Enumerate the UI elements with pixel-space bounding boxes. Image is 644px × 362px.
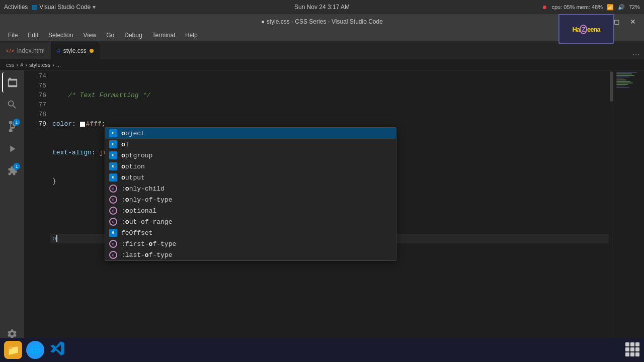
taskbar-browser[interactable]: 🌐: [26, 341, 44, 359]
explorer-icon[interactable]: [2, 72, 22, 93]
grid-dot: [635, 352, 639, 356]
scrollbar-thumb[interactable]: [610, 71, 613, 102]
avatar: HaZeena: [558, 14, 614, 44]
menu-terminal[interactable]: Terminal: [148, 31, 179, 40]
editor-area: 74 75 76 77 78 79 /* Text Formatting */ …: [24, 70, 644, 348]
apps-grid[interactable]: [625, 342, 640, 357]
ac-label-optgroup: optgroup: [121, 152, 152, 159]
system-bar: Activities ▩ Visual Studio Code ▾ Sun No…: [0, 0, 644, 14]
network-icon: 📶: [607, 4, 614, 11]
ac-item-object[interactable]: e object: [105, 128, 396, 139]
taskbar-files[interactable]: 📁: [4, 341, 22, 359]
breadcrumb-sep1: ›: [17, 62, 19, 68]
pseudo-icon: ⊙: [109, 251, 117, 259]
element-icon: e: [109, 129, 117, 137]
ac-item-out-of-range[interactable]: ⊙ :out-of-range: [105, 216, 396, 227]
menu-edit[interactable]: Edit: [24, 31, 42, 40]
pseudo-icon: ⊙: [109, 196, 117, 204]
pseudo-icon: ⊙: [109, 240, 117, 248]
battery-label: 72%: [629, 4, 640, 10]
element-icon: e: [109, 151, 117, 159]
tab-label-style: style.css: [63, 47, 87, 54]
title-bar: ● style.css - CSS Series - Visual Studio…: [0, 14, 644, 29]
grid-dot: [625, 342, 629, 346]
element-icon: e: [109, 140, 117, 148]
grid-dot: [625, 347, 629, 351]
tab-index-html[interactable]: </> index.html: [0, 42, 51, 59]
ac-item-first-of-type[interactable]: ⊙ :first-of-type: [105, 238, 396, 249]
ac-item-output[interactable]: e output: [105, 172, 396, 183]
breadcrumb-file[interactable]: style.css: [29, 62, 50, 68]
tab-label-index: index.html: [17, 47, 45, 54]
line-numbers: 74 75 76 77 78 79: [24, 70, 50, 348]
main-layout: 1 1 74 75 76 77 78 79: [0, 70, 644, 348]
breadcrumb-sep2: ›: [25, 62, 27, 68]
ac-item-only-of-type[interactable]: ⊙ :only-of-type: [105, 194, 396, 205]
grid-dot: [630, 342, 634, 346]
grid-dot: [635, 342, 639, 346]
app-name-label: ▩ Visual Studio Code ▾: [32, 4, 96, 11]
menu-file[interactable]: File: [4, 31, 22, 40]
tab-style-css[interactable]: # style.css: [51, 42, 100, 59]
tabs-bar: </> index.html # style.css ⋯: [0, 42, 644, 59]
activity-bar: 1 1: [0, 70, 24, 348]
unsaved-indicator: [90, 49, 94, 53]
menu-bar: File Edit Selection View Go Debug Termin…: [0, 29, 644, 42]
search-icon[interactable]: [2, 95, 22, 115]
cpu-label: cpu: 05% mem: 48%: [551, 4, 603, 10]
extensions-badge: 1: [13, 163, 20, 170]
grid-dot: [630, 352, 634, 356]
ac-label-first-of-type: :first-of-type: [121, 240, 176, 248]
extensions-icon[interactable]: 1: [2, 161, 22, 181]
taskbar-vscode[interactable]: [48, 341, 66, 359]
source-control-icon[interactable]: 1: [2, 117, 22, 137]
taskbar: 📁 🌐: [0, 338, 644, 362]
close-button[interactable]: ✕: [626, 17, 640, 27]
pseudo-icon: ⊙: [109, 218, 117, 226]
ac-label-ol: ol: [121, 141, 129, 148]
ac-label-optional: :optional: [121, 207, 156, 215]
css-icon: #: [57, 48, 60, 54]
breadcrumb-dots: ...: [56, 62, 61, 68]
taskbar-grid-button[interactable]: [625, 342, 640, 357]
ac-label-out-of-range: :out-of-range: [121, 218, 172, 226]
ac-item-optgroup[interactable]: e optgroup: [105, 150, 396, 161]
grid-dot: [625, 352, 629, 356]
tabs-more-button[interactable]: ⋯: [628, 50, 644, 59]
breadcrumb-css[interactable]: css: [6, 62, 15, 68]
html-icon: </>: [6, 48, 14, 54]
grid-dot: [635, 347, 639, 351]
ac-label-object: object: [121, 130, 145, 137]
source-control-badge: 1: [13, 119, 20, 126]
vscode-icon: [50, 341, 64, 358]
editor-scrollbar[interactable]: [609, 70, 614, 348]
menu-debug[interactable]: Debug: [120, 31, 146, 40]
menu-view[interactable]: View: [79, 31, 100, 40]
record-icon: ⏺: [542, 4, 547, 10]
element-icon: e: [109, 173, 117, 182]
ac-label-option: option: [121, 163, 145, 170]
menu-help[interactable]: Help: [181, 31, 202, 40]
minimap: [614, 70, 644, 348]
ac-item-ol[interactable]: e ol: [105, 139, 396, 150]
grid-dot: [630, 347, 634, 351]
system-bar-right: ⏺ cpu: 05% mem: 48% 📶 🔊 72%: [542, 4, 640, 11]
ac-label-only-of-type: :only-of-type: [121, 196, 172, 204]
element-icon: e: [109, 162, 117, 170]
pseudo-icon: ⊙: [109, 185, 117, 193]
ac-item-last-of-type[interactable]: ⊙ :last-of-type: [105, 249, 396, 260]
ac-item-option[interactable]: e option: [105, 161, 396, 172]
autocomplete-dropdown[interactable]: e object e ol e optgroup e option e outp…: [105, 127, 396, 261]
breadcrumb-sep3: ›: [52, 62, 54, 68]
ac-item-only-child[interactable]: ⊙ :only-child: [105, 183, 396, 194]
activities-label[interactable]: Activities: [4, 4, 28, 11]
element-icon: e: [109, 229, 117, 237]
code-line-74: /* Text Formatting */: [50, 90, 609, 100]
browser-icon: 🌐: [30, 344, 41, 355]
menu-selection[interactable]: Selection: [44, 31, 77, 40]
ac-item-feoffset[interactable]: e feOffset: [105, 227, 396, 238]
ac-item-optional[interactable]: ⊙ :optional: [105, 205, 396, 216]
menu-go[interactable]: Go: [102, 31, 118, 40]
pseudo-icon: ⊙: [109, 207, 117, 215]
run-icon[interactable]: [2, 139, 22, 159]
